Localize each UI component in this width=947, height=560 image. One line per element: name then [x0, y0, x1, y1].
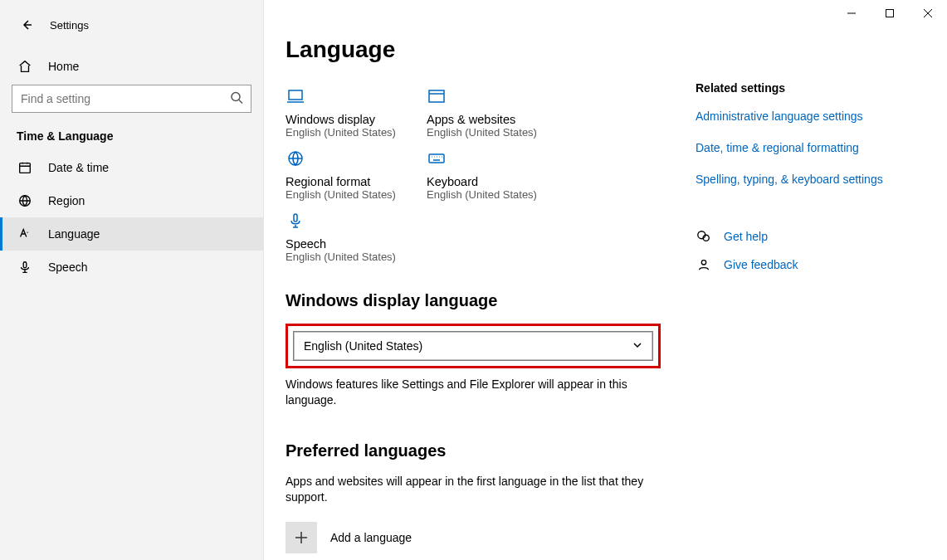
globe-icon [286, 149, 402, 168]
get-help-label: Get help [724, 230, 768, 243]
page-title: Language [286, 37, 662, 63]
svg-rect-5 [289, 90, 302, 100]
search-input[interactable] [12, 85, 251, 113]
chevron-down-icon [632, 339, 642, 353]
add-language-button[interactable]: Add a language [286, 522, 662, 553]
feedback-icon [696, 257, 712, 272]
related-settings-heading: Related settings [696, 81, 895, 95]
maximize-button[interactable] [871, 0, 909, 27]
link-spelling-typing[interactable]: Spelling, typing, & keyboard settings [696, 173, 895, 186]
tile-speech[interactable]: Speech English (United States) [286, 211, 402, 263]
give-feedback-link[interactable]: Give feedback [696, 257, 895, 272]
close-icon [923, 8, 933, 18]
sidebar-item-speech[interactable]: Speech [0, 251, 263, 284]
preferred-languages-description: Apps and websites will appear in the fir… [286, 474, 651, 505]
window-controls [832, 0, 947, 27]
svg-point-12 [701, 261, 705, 265]
tile-subtitle: English (United States) [286, 126, 402, 139]
language-tiles: Windows display English (United States) … [286, 86, 662, 263]
plus-icon [286, 522, 317, 553]
minimize-button[interactable] [832, 0, 871, 27]
display-language-dropdown[interactable]: English (United States) [293, 331, 653, 361]
help-icon [696, 229, 712, 244]
sidebar: Settings Home Time & Language [0, 0, 264, 560]
tile-regional-format[interactable]: Regional format English (United States) [286, 149, 402, 201]
titlebar-left: Settings [0, 8, 263, 41]
home-icon [17, 59, 33, 74]
tile-subtitle: English (United States) [427, 188, 543, 201]
tile-windows-display[interactable]: Windows display English (United States) [286, 86, 402, 139]
main-column: Language Windows display English (United… [264, 0, 696, 560]
svg-rect-6 [429, 90, 444, 102]
svg-rect-9 [294, 214, 297, 222]
keyboard-icon [427, 149, 543, 168]
sidebar-item-label: Region [48, 194, 85, 207]
tile-subtitle: English (United States) [286, 188, 402, 201]
display-language-heading: Windows display language [286, 291, 662, 310]
sidebar-item-language[interactable]: Language [0, 217, 263, 251]
back-button[interactable] [15, 13, 38, 37]
app-title: Settings [50, 19, 89, 32]
link-admin-language[interactable]: Administrative language settings [696, 110, 895, 123]
add-language-label: Add a language [330, 531, 412, 544]
svg-point-0 [232, 93, 240, 101]
arrow-left-icon [20, 18, 33, 32]
display-language-description: Windows features like Settings and File … [286, 377, 642, 408]
clock-calendar-icon [17, 160, 33, 175]
sidebar-item-date-time[interactable]: Date & time [0, 151, 263, 184]
search-icon [230, 91, 243, 107]
sidebar-item-label: Language [48, 227, 100, 241]
laptop-icon [286, 86, 402, 106]
tile-keyboard[interactable]: Keyboard English (United States) [427, 149, 543, 201]
minimize-icon [847, 8, 857, 18]
tile-title: Keyboard [427, 175, 543, 188]
language-icon [17, 226, 33, 241]
microphone-icon [17, 260, 33, 275]
sidebar-item-label: Date & time [48, 161, 109, 174]
window-icon [427, 86, 543, 106]
svg-rect-8 [429, 154, 444, 163]
svg-rect-4 [886, 10, 894, 17]
tile-title: Regional format [286, 175, 402, 188]
svg-rect-3 [23, 262, 27, 268]
sidebar-home-label: Home [48, 60, 79, 73]
sidebar-group-title: Time & Language [0, 113, 263, 151]
sidebar-item-label: Speech [48, 261, 87, 274]
globe-icon [17, 193, 33, 208]
tile-title: Windows display [286, 113, 402, 126]
tile-subtitle: English (United States) [427, 126, 543, 139]
sidebar-home[interactable]: Home [0, 50, 263, 83]
link-date-time-format[interactable]: Date, time & regional formatting [696, 141, 895, 154]
tile-apps-websites[interactable]: Apps & websites English (United States) [427, 86, 543, 139]
tile-subtitle: English (United States) [286, 251, 402, 263]
maximize-icon [885, 8, 895, 18]
content-area: Language Windows display English (United… [264, 0, 947, 560]
dropdown-value: English (United States) [304, 339, 422, 353]
svg-rect-1 [20, 163, 31, 173]
close-button[interactable] [909, 0, 947, 27]
sidebar-item-region[interactable]: Region [0, 184, 263, 217]
right-column: Related settings Administrative language… [696, 0, 920, 560]
preferred-languages-heading: Preferred languages [286, 441, 662, 460]
search-box [12, 85, 251, 113]
tile-title: Speech [286, 237, 402, 251]
get-help-link[interactable]: Get help [696, 229, 895, 244]
microphone-icon [286, 211, 402, 231]
tile-title: Apps & websites [427, 113, 543, 126]
display-language-highlight: English (United States) [286, 324, 661, 368]
give-feedback-label: Give feedback [724, 258, 798, 271]
